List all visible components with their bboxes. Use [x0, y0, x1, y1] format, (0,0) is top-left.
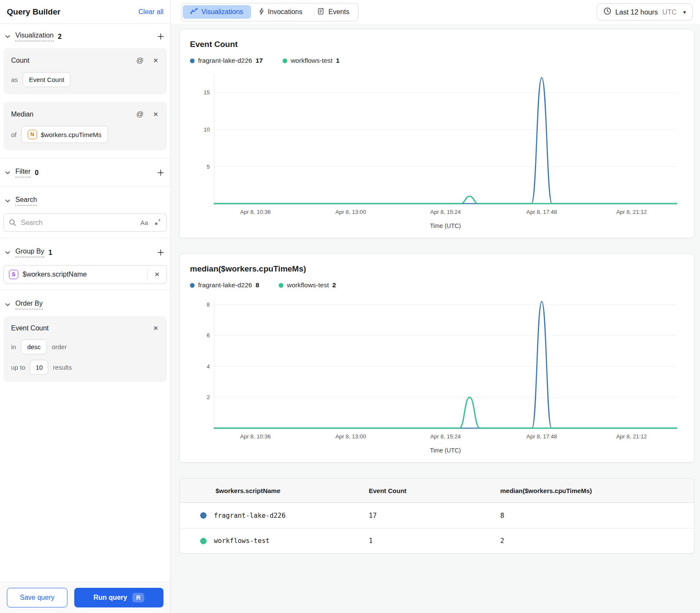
chart-title: median($workers.cpuTimeMs)	[190, 264, 684, 274]
chevron-down-icon[interactable]	[4, 169, 11, 176]
legend-item[interactable]: fragrant-lake-d226 17	[190, 57, 263, 64]
caret-down-icon: ▾	[683, 9, 686, 15]
sort-direction-selector[interactable]: desc	[21, 339, 47, 354]
time-range-label: Last 12 hours	[615, 8, 658, 16]
series-dot	[190, 283, 195, 288]
tab-invocations[interactable]: Invocations	[251, 5, 310, 20]
chevron-down-icon[interactable]	[4, 301, 11, 308]
legend-item[interactable]: workflows-test 1	[283, 57, 340, 64]
divider	[0, 290, 170, 290]
median-cell: 2	[500, 537, 694, 545]
of-label: of	[11, 131, 17, 138]
svg-text:Apr 8, 21:12: Apr 8, 21:12	[616, 433, 647, 440]
close-icon[interactable]: ✕	[152, 56, 159, 65]
document-icon	[318, 8, 324, 17]
column-header: $workers.scriptName	[180, 487, 369, 494]
order-by-section-header: Order By	[0, 295, 170, 314]
close-icon[interactable]: ✕	[152, 110, 159, 119]
sidebar-title: Query Builder	[7, 7, 61, 17]
clear-all-button[interactable]: Clear all	[138, 8, 163, 16]
count-alias-field[interactable]: Event Count	[23, 72, 71, 87]
event-count-chart-card: Event Count fragrant-lake-d226 17 workfl…	[179, 29, 694, 238]
table-row[interactable]: workflows-test 1 2	[180, 528, 694, 553]
chevron-down-icon[interactable]	[4, 249, 11, 256]
chart-legend: fragrant-lake-d226 17 workflows-test 1	[190, 57, 684, 64]
number-type-icon: N	[28, 130, 37, 139]
match-case-icon[interactable]: Aa	[140, 219, 148, 226]
event-count-line-chart: 51015Apr 8, 10:36Apr 8, 13:00Apr 8, 15:2…	[190, 69, 684, 219]
content-area: Event Count fragrant-lake-d226 17 workfl…	[171, 24, 700, 613]
svg-text:Apr 8, 10:36: Apr 8, 10:36	[240, 209, 271, 215]
legend-item[interactable]: fragrant-lake-d226 8	[190, 281, 259, 289]
x-axis-label: Time (UTC)	[190, 219, 684, 234]
order-label: order	[52, 343, 67, 350]
chart-title: Event Count	[190, 40, 684, 49]
sidebar-scroll: Visualization 2 Count @ ✕ as	[0, 24, 170, 582]
visualization-name: Median	[11, 111, 33, 118]
view-tabs: Visualizations Invocations Events	[181, 3, 359, 21]
divider	[0, 186, 170, 187]
table-row[interactable]: fragrant-lake-d226 17 8	[180, 503, 694, 528]
median-field-selector[interactable]: N $workers.cpuTimeMs	[21, 126, 108, 143]
svg-text:Apr 8, 13:00: Apr 8, 13:00	[335, 209, 366, 215]
visualization-section-header: Visualization 2	[0, 26, 170, 46]
order-by-section-label: Order By	[15, 300, 43, 309]
legend-item[interactable]: workflows-test 2	[279, 281, 336, 289]
svg-text:6: 6	[207, 332, 210, 339]
svg-text:10: 10	[204, 126, 210, 133]
divider	[0, 158, 170, 158]
group-by-section-label: Group By	[15, 248, 44, 257]
tab-visualizations[interactable]: Visualizations	[183, 5, 251, 19]
app: Query Builder Clear all Visualization 2 …	[0, 0, 700, 613]
chevron-down-icon[interactable]	[4, 198, 11, 204]
median-cputime-chart-card: median($workers.cpuTimeMs) fragrant-lake…	[179, 254, 694, 463]
group-by-section-header: Group By 1	[0, 242, 170, 262]
query-builder-sidebar: Query Builder Clear all Visualization 2 …	[0, 0, 171, 613]
svg-text:Apr 8, 15:24: Apr 8, 15:24	[430, 209, 461, 215]
add-visualization-button[interactable]	[156, 32, 165, 41]
filter-section-header: Filter 0	[0, 163, 170, 182]
svg-text:Apr 8, 10:36: Apr 8, 10:36	[240, 433, 271, 440]
column-header: median($workers.cpuTimeMs)	[500, 487, 694, 494]
clock-icon	[604, 7, 611, 17]
at-icon[interactable]: @	[135, 55, 144, 66]
table-header: $workers.scriptName Event Count median($…	[180, 479, 694, 503]
x-axis-label: Time (UTC)	[190, 444, 684, 458]
up-to-label: up to	[11, 364, 25, 371]
time-range-dropdown[interactable]: Last 12 hours UTC ▾	[597, 3, 693, 20]
string-type-icon: S	[9, 270, 18, 279]
filter-section-label: Filter	[15, 168, 31, 178]
svg-text:5: 5	[207, 163, 210, 170]
visualization-card-count: Count @ ✕ as Event Count	[3, 48, 167, 94]
add-group-by-button[interactable]	[156, 248, 165, 257]
script-name-cell: workflows-test	[214, 537, 270, 545]
svg-text:Apr 8, 17:48: Apr 8, 17:48	[526, 433, 557, 440]
visualization-name: Count	[11, 57, 29, 64]
save-query-button[interactable]: Save query	[7, 588, 67, 607]
event-count-cell: 17	[369, 512, 500, 520]
visualization-section-label: Visualization	[15, 32, 54, 41]
close-icon[interactable]: ✕	[152, 324, 159, 333]
series-dot	[283, 58, 287, 63]
svg-text:8: 8	[207, 301, 210, 308]
group-by-item[interactable]: S $workers.scriptName ✕	[3, 265, 167, 284]
chart-legend: fragrant-lake-d226 8 workflows-test 2	[190, 281, 684, 289]
main-panel: Visualizations Invocations Events	[171, 0, 700, 613]
script-name-cell: fragrant-lake-d226	[214, 512, 286, 520]
run-query-button[interactable]: Run query R	[74, 588, 163, 607]
timezone-label: UTC	[662, 8, 677, 16]
chart-line-icon	[190, 8, 198, 16]
result-limit-input[interactable]: 10	[30, 360, 48, 375]
remove-group-by-button[interactable]: ✕	[148, 266, 166, 283]
group-by-field: $workers.scriptName	[23, 271, 87, 278]
as-label: as	[11, 76, 18, 83]
at-icon[interactable]: @	[135, 109, 144, 120]
lightning-icon	[259, 8, 264, 17]
add-filter-button[interactable]	[156, 168, 165, 177]
svg-text:Apr 8, 17:48: Apr 8, 17:48	[526, 209, 557, 215]
median-cell: 8	[500, 512, 694, 520]
regex-icon[interactable]: *	[154, 218, 162, 228]
tab-events[interactable]: Events	[310, 5, 357, 20]
chevron-down-icon[interactable]	[4, 33, 11, 40]
search-section-label: Search	[15, 196, 37, 206]
